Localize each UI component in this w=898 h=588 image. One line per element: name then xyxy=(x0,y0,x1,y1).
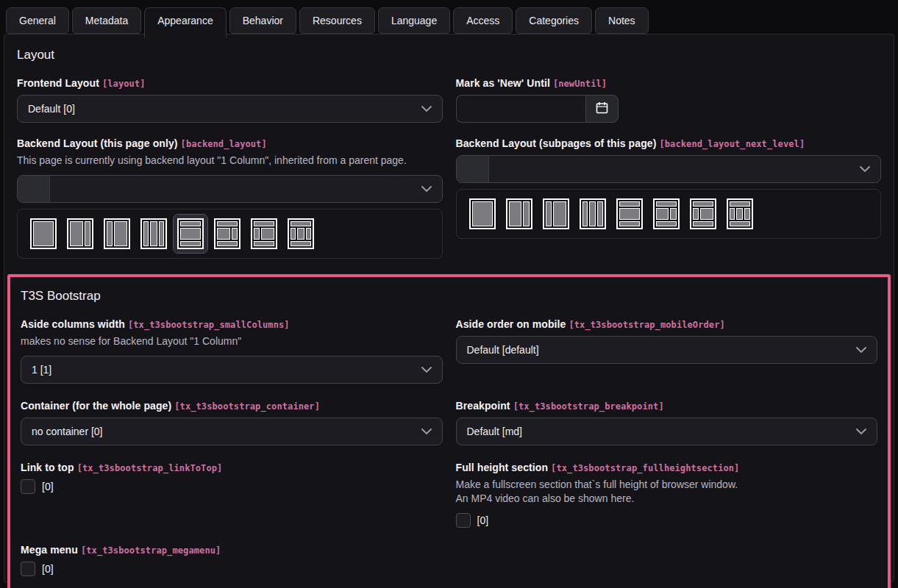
breakpoint-label: Breakpoint xyxy=(456,400,510,412)
backend-layout-next-field: Backend Layout (subpages of this page)[b… xyxy=(456,137,882,239)
chevron-down-icon xyxy=(856,347,866,353)
new-until-field: Mark as 'New' Until[newUntil] xyxy=(456,77,882,123)
backend-layout-option-2-columns-wide-left[interactable] xyxy=(502,195,536,233)
layout-2-columns-wide-left-icon xyxy=(67,218,93,249)
link-to-top-checkbox[interactable] xyxy=(21,479,35,494)
backend-layout-icon-picker xyxy=(17,209,443,259)
mega-menu-label: Mega menu xyxy=(21,544,78,556)
aside-columns-width-description: makes no sense for Backend Layout "1 Col… xyxy=(21,334,443,348)
t3s-section-title: T3S Bootstrap xyxy=(21,289,877,304)
chevron-down-icon xyxy=(421,367,432,373)
layout-3-columns-icon xyxy=(140,218,167,249)
chevron-down-icon xyxy=(421,186,432,192)
breakpoint-field: Breakpoint[tx_t3sbootstrap_breakpoint] D… xyxy=(456,400,878,445)
tab-access[interactable]: Access xyxy=(453,7,513,34)
aside-order-mobile-value: Default [default] xyxy=(467,344,539,356)
breakpoint-select[interactable]: Default [md] xyxy=(456,417,878,445)
layout-header-content-right-footer-icon xyxy=(653,198,680,229)
tab-appearance[interactable]: Appearance xyxy=(144,7,227,38)
backend-layout-next-code: [backend_layout_next_level] xyxy=(659,139,805,149)
tab-categories[interactable]: Categories xyxy=(516,7,592,34)
t3s-bootstrap-section: T3S Bootstrap Aside columns width[tx_t3s… xyxy=(7,274,891,588)
backend-layout-option-header-content-right-footer[interactable] xyxy=(210,215,244,253)
layout-rows-header-content-footer-icon xyxy=(177,218,204,249)
layout-section-grid: Frontend Layout[layout] Default [0] Mark… xyxy=(17,77,881,259)
backend-layout-option-1-column[interactable] xyxy=(26,215,60,253)
full-height-section-code: [tx_t3sbootstrap_fullheightsection] xyxy=(551,463,739,473)
layout-1-column-icon xyxy=(30,218,57,249)
backend-layout-option-header-content-right-footer[interactable] xyxy=(649,195,683,233)
layout-2-columns-wide-left-icon xyxy=(506,198,532,229)
full-height-section-label: Full height section xyxy=(456,462,549,473)
layout-2-columns-wide-right-icon xyxy=(104,218,130,249)
layout-header-left-content-footer-icon xyxy=(251,218,277,249)
breakpoint-code: [tx_t3sbootstrap_breakpoint] xyxy=(513,401,664,412)
backend-layout-option-rows-header-content-footer[interactable] xyxy=(174,215,207,253)
tab-bar: General Metadata Appearance Behavior Res… xyxy=(0,0,898,34)
container-field: Container (for the whole page)[tx_t3sboo… xyxy=(21,400,443,445)
container-label: Container (for the whole page) xyxy=(21,400,171,412)
aside-columns-width-select[interactable]: 1 [1] xyxy=(21,356,443,384)
link-to-top-label: Link to top xyxy=(21,462,74,473)
new-until-code: [newUntil] xyxy=(553,79,607,89)
frontend-layout-label: Frontend Layout xyxy=(17,77,99,89)
tab-resources[interactable]: Resources xyxy=(299,7,375,34)
new-until-input-group xyxy=(456,95,619,123)
backend-layout-option-header-left-content-footer[interactable] xyxy=(247,215,281,253)
backend-layout-next-select-icon-slot xyxy=(457,156,489,182)
mega-menu-checkbox[interactable] xyxy=(21,562,35,576)
new-until-input[interactable] xyxy=(456,95,585,123)
aside-columns-width-field: Aside columns width[tx_t3sbootstrap_smal… xyxy=(21,318,443,384)
layout-header-content-right-footer-icon xyxy=(214,218,240,249)
aside-order-mobile-label: Aside order on mobile xyxy=(456,318,566,330)
tab-behavior[interactable]: Behavior xyxy=(229,7,296,34)
breakpoint-value: Default [md] xyxy=(467,426,522,437)
aside-columns-width-label: Aside columns width xyxy=(21,318,125,330)
backend-layout-option-2-columns-wide-right[interactable] xyxy=(100,215,134,253)
chevron-down-icon xyxy=(856,429,866,434)
backend-layout-option-2-columns-wide-right[interactable] xyxy=(539,195,573,233)
full-height-section-checkbox[interactable] xyxy=(456,513,471,528)
backend-layout-option-1-column[interactable] xyxy=(466,195,499,233)
backend-layout-label: Backend Layout (this page only) xyxy=(17,137,178,149)
backend-layout-select-icon-slot xyxy=(18,176,50,202)
layout-header-3-columns-footer-icon xyxy=(727,198,753,229)
link-to-top-code: [tx_t3sbootstrap_linkToTop] xyxy=(77,463,223,473)
layout-section-title: Layout xyxy=(17,48,881,62)
aside-order-mobile-select[interactable]: Default [default] xyxy=(456,336,878,364)
layout-rows-header-content-footer-icon xyxy=(616,198,643,229)
tab-metadata[interactable]: Metadata xyxy=(72,7,141,34)
tab-general[interactable]: General xyxy=(6,7,69,34)
backend-layout-option-2-columns-wide-left[interactable] xyxy=(63,215,97,253)
backend-layout-option-header-left-content-footer[interactable] xyxy=(686,195,720,233)
aside-order-mobile-code: [tx_t3sbootstrap_mobileOrder] xyxy=(569,320,724,330)
backend-layout-option-3-columns[interactable] xyxy=(576,195,610,233)
full-height-section-checkbox-label: [0] xyxy=(477,514,489,526)
tab-notes[interactable]: Notes xyxy=(595,7,649,34)
frontend-layout-field: Frontend Layout[layout] Default [0] xyxy=(17,77,443,123)
container-code: [tx_t3sbootstrap_container] xyxy=(174,401,320,412)
backend-layout-select[interactable] xyxy=(17,175,443,203)
layout-header-left-content-footer-icon xyxy=(690,198,716,229)
link-to-top-field: Link to top[tx_t3sbootstrap_linkToTop] [… xyxy=(21,462,443,494)
container-value: no container [0] xyxy=(32,426,103,437)
layout-header-3-columns-footer-icon xyxy=(288,218,314,249)
aside-columns-width-code: [tx_t3sbootstrap_smallColumns] xyxy=(128,320,290,330)
mega-menu-code: [tx_t3sbootstrap_megamenu] xyxy=(81,545,221,556)
frontend-layout-code: [layout] xyxy=(102,79,146,89)
backend-layout-next-label: Backend Layout (subpages of this page) xyxy=(456,137,657,149)
chevron-down-icon xyxy=(421,106,432,112)
new-until-datepicker-button[interactable] xyxy=(585,95,619,123)
tab-language[interactable]: Language xyxy=(378,7,450,34)
frontend-layout-select[interactable]: Default [0] xyxy=(17,95,443,123)
backend-layout-option-header-3-columns-footer[interactable] xyxy=(723,195,757,233)
backend-layout-option-3-columns[interactable] xyxy=(137,215,171,253)
aside-columns-width-value: 1 [1] xyxy=(32,364,51,376)
backend-layout-option-header-3-columns-footer[interactable] xyxy=(284,215,318,253)
backend-layout-field: Backend Layout (this page only)[backend_… xyxy=(17,137,443,259)
container-select[interactable]: no container [0] xyxy=(21,417,443,445)
backend-layout-next-select[interactable] xyxy=(456,155,882,183)
page-properties-window: General Metadata Appearance Behavior Res… xyxy=(0,0,898,588)
backend-layout-option-rows-header-content-footer[interactable] xyxy=(613,195,646,233)
chevron-down-icon xyxy=(421,429,432,434)
